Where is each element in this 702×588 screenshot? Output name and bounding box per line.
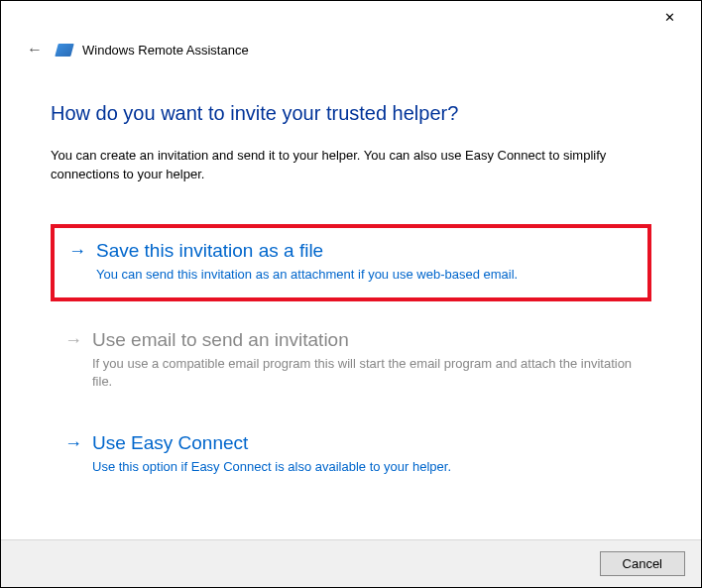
page-description: You can create an invitation and send it… (51, 147, 651, 184)
content-area: How do you want to invite your trusted h… (1, 62, 701, 490)
arrow-right-icon: → (64, 434, 82, 452)
option-email: → Use email to send an invitation If you… (51, 319, 651, 405)
close-icon: ✕ (664, 10, 675, 25)
app-title: Windows Remote Assistance (82, 43, 249, 58)
option-title: Use Easy Connect (92, 432, 248, 454)
option-subtitle: Use this option if Easy Connect is also … (64, 458, 638, 476)
option-subtitle: You can send this invitation as an attac… (68, 266, 634, 284)
footer: Cancel (1, 539, 701, 587)
option-subtitle: If you use a compatible email program th… (64, 355, 638, 391)
cancel-button[interactable]: Cancel (600, 551, 685, 576)
header: ← Windows Remote Assistance (1, 33, 701, 62)
arrow-right-icon: → (68, 242, 86, 260)
back-button[interactable]: ← (23, 37, 47, 62)
page-heading: How do you want to invite your trusted h… (51, 102, 651, 125)
option-title: Use email to send an invitation (92, 329, 349, 351)
titlebar: ✕ (1, 1, 701, 33)
app-icon (55, 44, 73, 57)
option-header: → Use email to send an invitation (64, 329, 638, 351)
close-button[interactable]: ✕ (655, 3, 683, 31)
option-header: → Save this invitation as a file (68, 240, 634, 262)
option-easy-connect[interactable]: → Use Easy Connect Use this option if Ea… (51, 422, 651, 490)
option-title: Save this invitation as a file (96, 240, 323, 262)
option-save-file[interactable]: → Save this invitation as a file You can… (51, 224, 651, 301)
arrow-right-icon: → (64, 331, 82, 349)
option-header: → Use Easy Connect (64, 432, 638, 454)
